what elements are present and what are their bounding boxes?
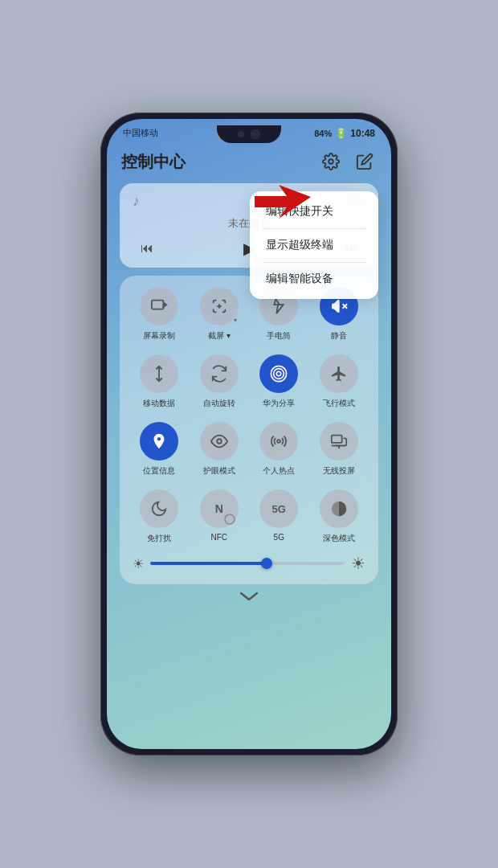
tile-huawei-share[interactable]: 华为分享 [253,354,304,409]
flashlight-label: 手电筒 [267,330,291,342]
nfc-text: N [215,502,223,515]
brightness-track[interactable] [150,562,345,565]
cc-title: 控制中心 [121,151,186,173]
screen-record-button[interactable] [140,287,178,326]
camera-dot-right [251,129,260,139]
status-right: 84% 🔋 10:48 [314,128,375,139]
camera-notch [217,125,281,143]
auto-rotate-button[interactable] [200,354,239,393]
nfc-label: NFC [210,533,227,542]
tiles-row-2: 移动数据 自动旋转 [129,354,369,409]
tile-nfc[interactable]: N NFC [194,489,245,544]
tile-airplane[interactable]: 飞行模式 [313,354,365,409]
location-button[interactable] [140,422,178,461]
dnd-label: 免打扰 [147,533,171,544]
screenshot-label: 截屏 ▾ [208,330,231,342]
tile-5g[interactable]: 5G 5G [253,489,304,544]
settings-button[interactable] [319,149,343,174]
tile-screen-record[interactable]: 屏幕录制 [133,287,185,342]
cc-header-icons [319,149,377,174]
nfc-button[interactable]: N [200,489,239,528]
brightness-thumb[interactable] [261,558,272,569]
svg-rect-7 [152,301,164,309]
brightness-bar: ☀ ☀ [129,554,369,573]
control-center: 控制中心 [107,143,391,617]
svg-point-17 [217,439,222,444]
dropdown-item-super-terminal[interactable]: 显示超级终端 [250,228,378,262]
camera-dot-left [238,131,244,137]
svg-point-0 [329,159,333,164]
carrier-text: 中国移动 [123,127,158,139]
5g-button[interactable]: 5G [259,489,298,528]
silent-label: 静音 [331,330,347,342]
tile-wireless-cast[interactable]: 无线投屏 [313,422,365,477]
dnd-button[interactable] [140,489,178,528]
brightness-low-icon: ☀ [133,556,144,571]
tile-hotspot[interactable]: 个人热点 [253,422,304,477]
tiles-row-3: 位置信息 护眼模式 [129,422,369,477]
wireless-cast-label: 无线投屏 [323,465,355,477]
phone-screen: 中国移动 📶 22.2 k/s 84% 🔋 10:48 控制中心 [107,119,391,749]
brightness-high-icon: ☀ [351,554,365,573]
eye-protection-label: 护眼模式 [203,465,235,477]
svg-point-22 [225,514,235,524]
music-prev-button[interactable]: ⏮ [141,241,153,256]
battery-icon: 🔋 [335,128,347,139]
edit-button[interactable] [353,149,377,174]
brightness-fill [150,562,267,565]
5g-text: 5G [272,503,286,515]
5g-label: 5G [274,533,284,542]
svg-point-15 [274,369,284,379]
dropdown-item-edit-devices[interactable]: 编辑智能设备 [250,262,378,296]
auto-rotate-label: 自动旋转 [203,398,235,409]
dark-mode-label: 深色模式 [323,533,355,544]
dark-mode-button[interactable] [320,489,358,528]
location-label: 位置信息 [143,465,175,477]
bottom-chevron [120,591,378,604]
battery-percent: 84% [314,129,332,138]
huawei-share-button[interactable] [259,354,298,393]
tile-eye-protection[interactable]: 护眼模式 [194,422,245,477]
hotspot-button[interactable] [259,422,298,461]
mobile-data-label: 移动数据 [143,398,175,409]
tile-auto-rotate[interactable]: 自动旋转 [194,354,245,409]
tiles-row-4: 免打扰 N NFC 5G [129,489,369,544]
tile-dnd[interactable]: 免打扰 [133,489,185,544]
airplane-button[interactable] [320,354,358,393]
airplane-label: 飞行模式 [323,398,355,409]
tile-mobile-data[interactable]: 移动数据 [133,354,185,409]
tile-location[interactable]: 位置信息 [133,422,185,477]
hotspot-label: 个人热点 [263,465,295,477]
tile-dark-mode[interactable]: 深色模式 [313,489,365,544]
mobile-data-button[interactable] [140,354,178,393]
svg-point-18 [277,440,280,443]
screenshot-button[interactable]: ▾ [200,287,239,326]
screenshot-arrow: ▾ [234,317,237,324]
music-note-icon: ♪ [133,193,140,210]
cc-header: 控制中心 [120,149,378,174]
time-display: 10:48 [350,128,375,139]
svg-point-14 [277,371,282,376]
phone-frame: 中国移动 📶 22.2 k/s 84% 🔋 10:48 控制中心 [100,113,398,755]
screen-record-label: 屏幕录制 [143,330,175,342]
tile-screenshot[interactable]: ▾ 截屏 ▾ [194,287,245,342]
quick-tiles-panel: 屏幕录制 ▾ 截屏 ▾ [120,276,378,584]
wireless-cast-button[interactable] [320,422,358,461]
svg-marker-6 [255,185,311,219]
huawei-share-label: 华为分享 [263,398,295,409]
svg-marker-8 [164,302,167,307]
svg-rect-19 [332,436,342,443]
eye-protection-button[interactable] [200,422,239,461]
